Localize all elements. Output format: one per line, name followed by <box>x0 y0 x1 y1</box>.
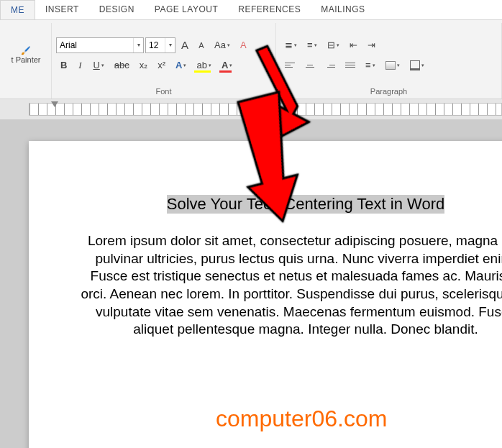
tab-mailings[interactable]: MAILINGS <box>311 0 375 19</box>
font-color-icon: A <box>222 60 228 70</box>
align-center-button[interactable] <box>301 57 319 74</box>
chevron-down-icon: ▾ <box>397 63 400 68</box>
group-clipboard: 🖌️ t Painter <box>0 23 52 99</box>
font-color-button[interactable]: A▾ <box>217 57 237 74</box>
chevron-down-icon: ▾ <box>294 42 297 48</box>
increase-indent-button[interactable]: ⇥ <box>363 37 380 54</box>
line-spacing-icon: ≡ <box>365 60 371 70</box>
chevron-down-icon: ▾ <box>183 63 186 68</box>
change-case-label: Aa <box>214 40 226 50</box>
subscript-button[interactable]: x₂ <box>135 57 152 74</box>
multilevel-list-button[interactable]: ⊟▾ <box>323 37 344 54</box>
borders-button[interactable]: ▾ <box>406 57 429 74</box>
increase-indent-icon: ⇥ <box>368 40 375 50</box>
format-painter-button[interactable]: 🖌️ t Painter <box>4 37 47 73</box>
clipboard-group-label <box>4 86 47 99</box>
chevron-down-icon: ▾ <box>229 63 232 68</box>
justify-button[interactable] <box>341 57 360 74</box>
chevron-down-icon: ▾ <box>337 42 339 48</box>
tab-insert[interactable]: INSERT <box>35 0 89 19</box>
italic-button[interactable]: I <box>73 57 87 74</box>
chevron-down-icon: ▾ <box>421 63 424 68</box>
align-center-icon <box>305 63 315 68</box>
font-name-combo[interactable]: ▾ <box>56 37 144 53</box>
decrease-indent-button[interactable]: ⇤ <box>345 37 362 54</box>
tab-home[interactable]: ME <box>0 0 35 19</box>
chevron-down-icon: ▾ <box>227 42 230 48</box>
document-body-text[interactable]: Lorem ipsum dolor sit amet, consectetur … <box>79 232 502 339</box>
paintbrush-icon: 🖌️ <box>21 46 31 55</box>
numbering-icon: ≡ <box>307 40 313 50</box>
shading-button[interactable]: ▾ <box>381 57 404 74</box>
font-size-input[interactable] <box>146 39 165 52</box>
chevron-down-icon: ▾ <box>373 63 375 68</box>
shrink-font-button[interactable]: A <box>194 37 209 54</box>
chevron-down-icon: ▾ <box>209 63 211 68</box>
chevron-down-icon: ▾ <box>314 42 317 48</box>
underline-button[interactable]: U▾ <box>88 57 108 74</box>
tab-design[interactable]: DESIGN <box>89 0 145 19</box>
shrink-font-icon: A <box>198 41 204 50</box>
chevron-down-icon[interactable]: ▾ <box>133 38 143 52</box>
ribbon-tabs: ME INSERT DESIGN PAGE LAYOUT REFERENCES … <box>0 0 502 20</box>
superscript-button[interactable]: x² <box>153 57 170 74</box>
highlight-icon: ab <box>196 60 206 70</box>
change-case-button[interactable]: Aa▾ <box>210 37 234 54</box>
eraser-icon: A <box>240 40 247 50</box>
align-left-button[interactable] <box>280 57 299 74</box>
horizontal-ruler[interactable] <box>29 103 502 116</box>
clear-formatting-button[interactable]: A <box>236 37 251 54</box>
numbering-button[interactable]: ≡▾ <box>303 37 321 54</box>
chevron-down-icon[interactable]: ▾ <box>165 38 175 52</box>
ribbon: 🖌️ t Painter ▾ ▾ A A Aa▾ A <box>0 20 502 99</box>
borders-icon <box>410 60 420 70</box>
group-font: ▾ ▾ A A Aa▾ A B I U▾ abc x₂ x² A▾ ab▾ <box>52 23 276 99</box>
grow-font-icon: A <box>181 39 188 51</box>
strike-label: abc <box>114 60 129 70</box>
ruler-area <box>0 99 502 119</box>
tab-page-layout[interactable]: PAGE LAYOUT <box>145 0 228 19</box>
font-name-input[interactable] <box>57 39 133 52</box>
align-right-button[interactable] <box>321 57 339 74</box>
document-canvas[interactable]: Solve Your Tech Centering Text in Word L… <box>0 119 502 448</box>
bullets-icon: ≣ <box>285 40 293 50</box>
shading-icon <box>385 61 396 70</box>
bold-button[interactable]: B <box>56 57 71 74</box>
decrease-indent-icon: ⇤ <box>350 40 357 50</box>
document-title-selected[interactable]: Solve Your Tech Centering Text in Word <box>167 195 444 214</box>
document-page[interactable]: Solve Your Tech Centering Text in Word L… <box>29 141 502 448</box>
bullets-button[interactable]: ≣▾ <box>280 37 301 54</box>
paragraph-group-label: Paragraph <box>280 86 497 99</box>
align-right-icon <box>325 63 335 68</box>
underline-label: U <box>93 60 99 70</box>
strikethrough-button[interactable]: abc <box>110 57 134 74</box>
multilevel-icon: ⊟ <box>327 40 335 50</box>
justify-icon <box>345 63 355 68</box>
text-effects-button[interactable]: A▾ <box>171 57 191 74</box>
grow-font-button[interactable]: A <box>177 37 193 54</box>
line-spacing-button[interactable]: ≡▾ <box>361 57 380 74</box>
chevron-down-icon: ▾ <box>101 63 104 68</box>
align-left-icon <box>285 63 295 68</box>
text-effects-icon: A <box>175 60 182 70</box>
group-paragraph: ≣▾ ≡▾ ⊟▾ ⇤ ⇥ ≡▾ ▾ ▾ Paragraph <box>276 23 502 99</box>
font-size-combo[interactable]: ▾ <box>145 37 175 53</box>
tab-references[interactable]: REFERENCES <box>228 0 311 19</box>
font-group-label: Font <box>56 86 271 99</box>
highlight-button[interactable]: ab▾ <box>192 57 215 74</box>
format-painter-label: t Painter <box>12 55 41 64</box>
